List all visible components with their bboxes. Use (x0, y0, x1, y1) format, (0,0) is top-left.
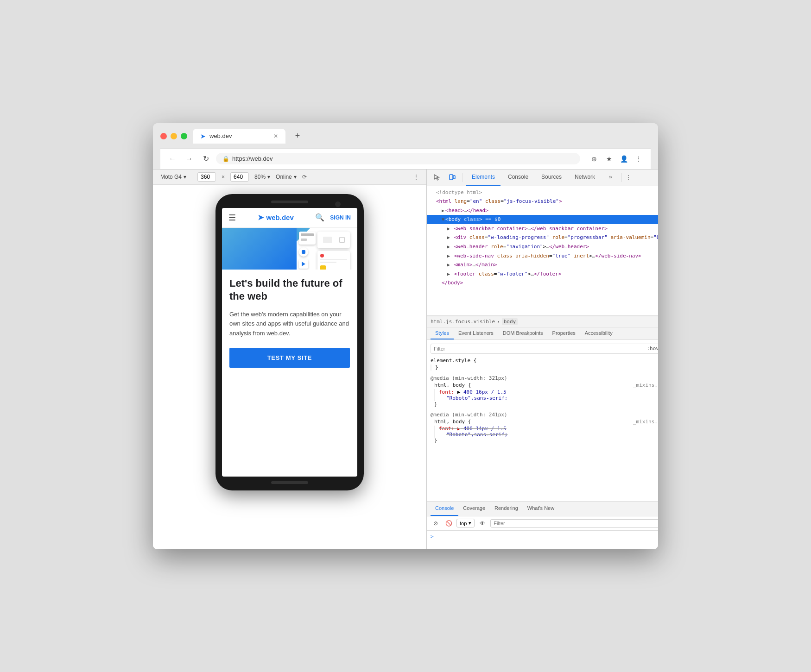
devtools-toolbar: Elements Console Sources Network » ⋮ ✕ (427, 170, 658, 186)
toolbar-separator (462, 173, 463, 182)
panel-tab-event-listeners[interactable]: Event Listeners (454, 327, 498, 339)
maximize-button[interactable] (181, 133, 187, 139)
html-line[interactable]: ▶ <web-snackbar-container>…</web-snackba… (427, 224, 658, 233)
html-line[interactable]: ▶ <footer class="w-footer">…</footer> (427, 270, 658, 279)
console-clear-button[interactable]: ⊘ (431, 518, 441, 528)
close-button[interactable] (160, 133, 167, 139)
device-toolbar: Moto G4 ▾ × 80% ▾ Online ▾ ⟳ ⋮ (153, 170, 426, 185)
css-source[interactable]: _mixins.scss:123 (633, 382, 658, 389)
bottom-tab-whats-new[interactable]: What's New (523, 501, 559, 516)
search-icon[interactable]: 🔍 (315, 213, 324, 222)
network-selector[interactable]: Online ▾ (276, 174, 297, 180)
panel-tab-properties[interactable]: Properties (548, 327, 580, 339)
breadcrumb: html.js-focus-visible › body (427, 316, 658, 327)
pseudo-class-button[interactable]: :hov (646, 345, 658, 352)
tab-sources[interactable]: Sources (536, 169, 567, 186)
web-logo-text: web.dev (266, 214, 294, 221)
css-selector: element.style { (431, 358, 658, 364)
width-input[interactable] (197, 172, 216, 182)
panel-tab-accessibility[interactable]: Accessibility (580, 327, 617, 339)
html-line[interactable]: ▶ <web-header role="navigation">…</web-h… (427, 242, 658, 251)
styles-filter-input[interactable] (434, 346, 645, 352)
bottom-tab-coverage[interactable]: Coverage (458, 501, 490, 516)
css-close: } (434, 438, 437, 444)
device-arrow-icon: ▾ (184, 174, 186, 180)
add-bookmark-button[interactable]: ⊕ (588, 152, 601, 165)
console-context-selector[interactable]: top ▾ (456, 519, 475, 528)
forward-button[interactable]: → (183, 152, 196, 165)
styles-left-panel: :hov .cls + element.style { } @media (mi… (427, 340, 658, 501)
css-close: } (434, 401, 437, 407)
bottom-tab-rendering[interactable]: Rendering (490, 501, 523, 516)
css-source[interactable]: _mixins.scss:123 (633, 419, 658, 426)
css-selector: html, body { (434, 419, 471, 425)
hamburger-icon[interactable]: ☰ (228, 213, 236, 223)
html-line[interactable]: ▶ <div class="w-loading-progress" role="… (427, 233, 658, 242)
html-line[interactable]: <!doctype html> (427, 188, 658, 197)
minimize-button[interactable] (171, 133, 177, 139)
rotate-button[interactable]: ⟳ (302, 174, 307, 180)
inspect-element-button[interactable] (431, 171, 444, 184)
panel-tab-dom-breakpoints[interactable]: DOM Breakpoints (498, 327, 548, 339)
html-line[interactable]: <html lang="en" class="js-focus-visible"… (427, 197, 658, 206)
height-input[interactable] (230, 172, 249, 182)
phone-home-button (271, 481, 308, 484)
web-actions: 🔍 SIGN IN (315, 213, 351, 222)
device-selector[interactable]: Moto G4 ▾ (160, 174, 186, 180)
back-button[interactable]: ← (166, 152, 179, 165)
css-rule-element-style: element.style { } (431, 358, 658, 371)
new-tab-button[interactable]: + (291, 130, 304, 143)
zoom-arrow-icon: ▾ (267, 174, 270, 180)
browser-tab[interactable]: ➤ web.dev ✕ (193, 129, 285, 144)
panel-tab-styles[interactable]: Styles (431, 327, 454, 339)
html-line[interactable]: ▶ <web-side-nav class aria-hidden="true"… (427, 251, 658, 261)
menu-button[interactable]: ⋮ (632, 152, 645, 165)
html-line[interactable]: ▶<head>…</head> (427, 206, 658, 215)
breadcrumb-html[interactable]: html.js-focus-visible (431, 319, 495, 325)
elements-panel[interactable]: <!doctype html> <html lang="en" class="j… (427, 186, 658, 316)
address-bar: ← → ↻ 🔒 https://web.dev ⊕ ★ 👤 ⋮ (160, 148, 651, 169)
url-text: https://web.dev (232, 155, 272, 162)
tab-network[interactable]: Network (569, 169, 601, 186)
reload-button[interactable]: ↻ (199, 152, 212, 165)
test-my-site-button[interactable]: TEST MY SITE (229, 348, 350, 368)
console-filter-toggle[interactable]: 🚫 (444, 518, 454, 528)
url-bar[interactable]: 🔒 https://web.dev (216, 153, 580, 164)
more-options-button[interactable]: ⋮ (413, 174, 419, 180)
css-rule-body: } (431, 364, 658, 371)
bottom-tab-console[interactable]: Console (431, 501, 458, 516)
css-at-rule: @media (min-width: 321px) (431, 375, 658, 381)
breadcrumb-separator: › (497, 319, 500, 325)
phone-screen: ☰ ➤ web.dev 🔍 SIGN IN (222, 208, 357, 477)
phone-speaker (271, 201, 308, 203)
phone-mockup: ☰ ➤ web.dev 🔍 SIGN IN (215, 194, 364, 490)
tab-close-button[interactable]: ✕ (273, 133, 278, 139)
sign-in-button[interactable]: SIGN IN (330, 214, 351, 221)
html-line-selected[interactable]: ▼<body class> == $0 (427, 215, 658, 224)
css-rule-media-321: @media (min-width: 321px) html, body { _… (431, 375, 658, 407)
css-rule-body: font: ▶ 400 16px / 1.5 "Roboto",sans-ser… (434, 389, 658, 401)
html-line[interactable]: </body> (427, 278, 658, 288)
console-toolbar: ⊘ 🚫 top ▾ 👁 Default levels ▾ ⚙ (427, 516, 658, 531)
console-context-label: top (460, 521, 467, 526)
device-toggle-button[interactable] (445, 171, 458, 184)
html-line[interactable]: ▶ <main>…</main> (427, 260, 658, 270)
more-tabs-button[interactable]: » (603, 169, 618, 186)
zoom-selector[interactable]: 80% ▾ (254, 174, 270, 180)
profile-button[interactable]: 👤 (617, 152, 630, 165)
bookmark-button[interactable]: ★ (602, 152, 615, 165)
traffic-lights (160, 133, 187, 139)
console-filter-input[interactable] (490, 519, 658, 528)
tab-console[interactable]: Console (502, 169, 534, 186)
svg-rect-1 (453, 176, 455, 179)
phone-camera (335, 201, 341, 207)
devtools-settings-button[interactable]: ⋮ (626, 174, 631, 181)
eye-icon[interactable]: 👁 (477, 518, 488, 528)
tab-elements[interactable]: Elements (466, 169, 501, 186)
tab-favicon: ➤ (200, 132, 206, 140)
context-arrow-icon: ▾ (469, 520, 471, 526)
web-content: Let's build the future of the web Get th… (222, 270, 357, 376)
breadcrumb-body[interactable]: body (502, 318, 518, 325)
lock-icon: 🔒 (222, 156, 229, 162)
css-selector: html, body { (434, 382, 471, 388)
